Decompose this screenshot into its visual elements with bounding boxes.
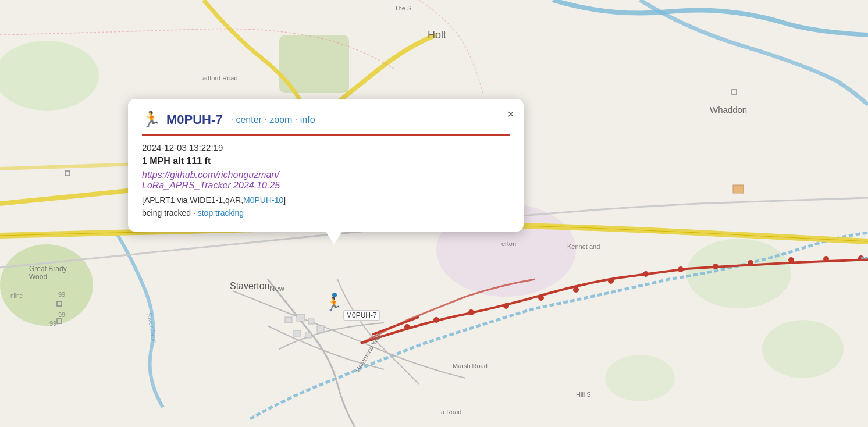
github-link[interactable]: https://github.com/richonguzman/LoRa_APR… (142, 170, 280, 190)
popup-via: [APLRT1 via WIDE1-1,qAR,M0PUH-10] (142, 195, 510, 205)
svg-point-5 (762, 320, 844, 378)
via-suffix: ] (283, 195, 286, 205)
popup-link: https://github.com/richonguzman/LoRa_APR… (142, 170, 510, 191)
popup-tracking: being tracked · stop tracking (142, 208, 510, 218)
info-popup: × 🏃 M0PUH-7 · center · zoom · info 2024-… (128, 99, 524, 232)
map-container: 99 99 99 Holt Whaddon Great BradyWood St… (0, 0, 868, 427)
svg-point-19 (788, 257, 794, 263)
svg-point-16 (678, 266, 684, 272)
svg-rect-22 (285, 317, 292, 323)
svg-point-13 (573, 287, 579, 293)
svg-point-14 (608, 278, 614, 284)
popup-nav: · center · zoom · info (231, 115, 315, 125)
popup-callsign: M0PUH-7 (166, 112, 223, 127)
close-button[interactable]: × (507, 108, 514, 120)
via-callsign-link[interactable]: M0PUH-10 (243, 195, 283, 205)
svg-point-17 (713, 264, 718, 269)
info-link[interactable]: info (300, 115, 315, 124)
svg-point-11 (503, 303, 509, 309)
svg-point-12 (538, 295, 544, 301)
zoom-link[interactable]: zoom (269, 115, 292, 124)
svg-rect-24 (308, 319, 314, 324)
svg-point-6 (605, 355, 675, 401)
svg-text:99: 99 (49, 320, 56, 327)
svg-text:99: 99 (58, 291, 65, 298)
map-runner-icon: 🏃 (326, 297, 341, 312)
svg-text:99: 99 (58, 311, 65, 318)
tracking-status: being tracked (142, 208, 191, 218)
svg-rect-26 (305, 333, 311, 338)
popup-speed-alt: 1 MPH alt 111 ft (142, 156, 510, 166)
svg-point-20 (823, 256, 829, 262)
svg-point-15 (643, 271, 649, 277)
popup-header: 🏃 M0PUH-7 · center · zoom · info (142, 111, 510, 129)
svg-point-9 (433, 317, 439, 323)
svg-point-18 (748, 260, 753, 266)
popup-timestamp: 2024-12-03 13:22:19 (142, 143, 510, 152)
map-position-dot (332, 293, 337, 297)
svg-point-10 (468, 309, 474, 315)
svg-point-8 (404, 324, 410, 330)
svg-rect-27 (317, 326, 324, 332)
popup-divider (142, 134, 510, 136)
via-prefix: [APLRT1 via WIDE1-1,qAR, (142, 195, 243, 205)
runner-icon: 🏃 (142, 111, 161, 129)
svg-rect-35 (733, 185, 744, 193)
svg-rect-25 (294, 330, 301, 336)
stop-tracking-link[interactable]: stop tracking (198, 208, 244, 218)
svg-rect-23 (297, 314, 305, 321)
center-link[interactable]: center (236, 115, 261, 124)
svg-point-2 (0, 244, 93, 326)
